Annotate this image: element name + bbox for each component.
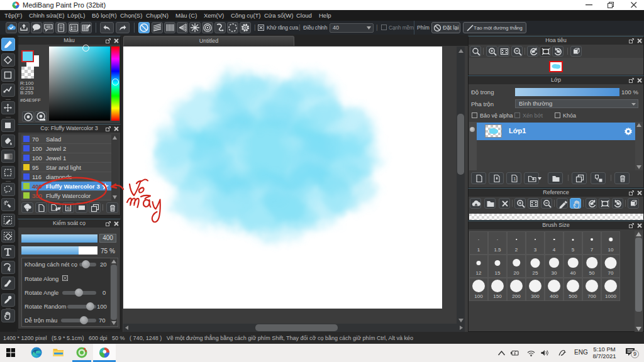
svg-text:1: 1: [513, 176, 516, 182]
svg-text:S: S: [67, 206, 70, 211]
